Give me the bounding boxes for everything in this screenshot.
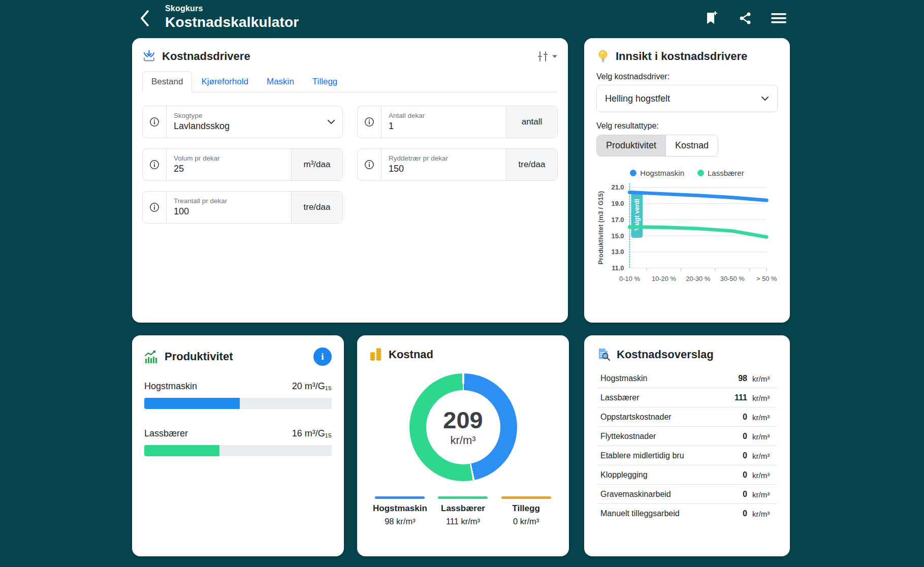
chevron-down-icon (761, 96, 769, 101)
estimate-table-row: Klopplegging 0 kr/m³ (597, 465, 777, 485)
antall-dekar-info-button[interactable] (358, 106, 381, 138)
caret-down-icon (552, 54, 558, 58)
ryddetraer-input[interactable]: 150 (389, 163, 499, 175)
estimate-row-label: Lassbærer (600, 393, 735, 402)
estimate-row-unit: kr/m³ (747, 394, 776, 402)
growth-bars-icon (144, 350, 158, 364)
insight-chart-legend: HogstmaskinLassbærer (596, 169, 778, 177)
volum-field[interactable]: Volum pr dekar 25 m³/daa (142, 148, 343, 181)
app-page: Skogkurs Kostnadskalkulator (0, 0, 924, 567)
ryddetraer-field[interactable]: Ryddetrær pr dekar 150 tre/daa (357, 148, 558, 181)
treantall-info-button[interactable] (143, 192, 167, 223)
drivers-settings-button[interactable] (537, 51, 558, 62)
legend-item-lassbærer: Lassbærer (697, 169, 744, 177)
antall-dekar-input[interactable]: 1 (389, 120, 499, 132)
estimate-table-row: Gravemaskinarbeid 0 kr/m³ (597, 485, 777, 504)
y-tick-label: 21.0 (611, 183, 624, 191)
treantall-label: Treantall pr dekar (174, 197, 284, 206)
productivity-row-lassbaerer: Lassbærer 16 m³/G₁₅ (144, 428, 332, 456)
sliders-icon (537, 51, 549, 62)
share-icon (739, 12, 752, 25)
cost-donut-chart: 209 kr/m³ (409, 373, 517, 481)
bookmark-plus-button[interactable] (704, 10, 720, 26)
legend-dot (697, 170, 704, 176)
estimate-table-row: Oppstartskostnader 0 kr/m³ (597, 407, 777, 427)
estimate-row-unit: kr/m³ (747, 374, 776, 383)
volum-input[interactable]: 25 (174, 163, 284, 175)
cost-drivers-title: Kostnadsdrivere (162, 50, 250, 63)
treantall-input[interactable]: 100 (174, 206, 284, 217)
progress-fill-hogstmaskin (144, 398, 240, 409)
y-tick-label: 19.0 (611, 200, 624, 207)
y-tick-label: 15.0 (611, 232, 624, 240)
result-produktivitet-button[interactable]: Produktivitet (597, 135, 665, 156)
info-icon (149, 117, 160, 127)
page-title: Kostnadskalkulator (165, 14, 299, 30)
skogtype-select[interactable]: Skogtype Lavlandsskog (142, 106, 343, 138)
tab-kjoreforhold[interactable]: Kjøreforhold (192, 71, 258, 92)
ryddetraer-unit: tre/daa (506, 149, 557, 180)
estimate-row-value: 0 (743, 470, 747, 480)
result-kostnad-button[interactable]: Kostnad (665, 135, 718, 156)
progress-track (144, 445, 332, 456)
estimate-row-value: 0 (743, 451, 747, 460)
skogtype-value: Lavlandsskog (174, 120, 335, 132)
estimate-title: Kostnadsoverslag (617, 348, 714, 361)
share-button[interactable] (737, 10, 753, 26)
document-search-icon (597, 348, 611, 362)
donut-center: 209 kr/m³ (426, 390, 500, 464)
antall-dekar-unit: antall (506, 106, 557, 138)
productivity-label: Lassbærer (144, 428, 188, 439)
estimate-row-unit: kr/m³ (747, 452, 776, 460)
driver-select-label: Velg kostnadsdriver: (596, 72, 778, 81)
legend-label: Hogstmaskin (640, 169, 684, 177)
x-tick-label: 30-50 % (720, 275, 745, 282)
tab-maskin[interactable]: Maskin (258, 71, 303, 92)
app-name: Skogkurs (165, 4, 299, 13)
estimate-row-label: Gravemaskinarbeid (600, 490, 743, 499)
cost-legend: Hogstmaskin 98 kr/m³ Lassbærer 111 kr/m³… (369, 496, 557, 526)
volum-info-button[interactable] (143, 149, 167, 180)
tab-bestand[interactable]: Bestand (142, 71, 192, 92)
estimate-card: Kostnadsoverslag Hogstmaskin 98 kr/m³ La… (584, 335, 790, 556)
treantall-unit: tre/daa (291, 192, 342, 223)
estimate-table-row: Flyttekostnader 0 kr/m³ (597, 427, 777, 446)
estimate-row-value: 0 (743, 490, 747, 499)
y-axis-label: Produktivitet (m3 / G15) (597, 191, 604, 265)
chart-line-hogstmaskin (629, 192, 767, 200)
bookmark-plus-icon (706, 11, 718, 25)
volum-unit: m³/daa (291, 149, 342, 180)
productivity-row-hogstmaskin: Hogstmaskin 20 m³/G₁₅ (144, 381, 332, 409)
y-tick-label: 11.0 (612, 264, 624, 272)
estimate-row-unit: kr/m³ (747, 471, 776, 480)
result-type-group: Produktivitet Kostnad (596, 135, 718, 156)
productivity-info-button[interactable]: i (313, 348, 332, 366)
info-icon (364, 160, 374, 170)
legend-color-bar (375, 496, 425, 499)
antall-dekar-field[interactable]: Antall dekar 1 antall (357, 106, 558, 138)
menu-button[interactable] (771, 10, 787, 26)
estimate-row-value: 0 (743, 413, 747, 422)
drivers-form: Skogtype Lavlandsskog Antall dekar 1 ant… (142, 106, 558, 224)
driver-select[interactable]: Helling hogstfelt (596, 85, 778, 112)
productivity-value: 20 m³/G₁₅ (292, 381, 332, 392)
estimate-row-unit: kr/m³ (747, 432, 776, 441)
ryddetraer-info-button[interactable] (358, 149, 381, 180)
legend-value: 98 kr/m³ (385, 517, 416, 526)
treantall-field[interactable]: Treantall pr dekar 100 tre/daa (142, 191, 343, 224)
estimate-row-value: 0 (743, 432, 747, 441)
skogtype-info-button[interactable] (143, 106, 167, 138)
tab-tillegg[interactable]: Tillegg (303, 71, 346, 92)
y-tick-label: 13.0 (611, 248, 624, 256)
estimate-table-row: Lassbærer 111 kr/m³ (597, 388, 777, 407)
cost-total-value: 209 (443, 408, 483, 432)
x-tick-label: 10-20 % (652, 275, 676, 282)
info-icon (149, 160, 160, 170)
legend-color-bar (501, 496, 551, 499)
skogtype-label: Skogtype (174, 112, 335, 120)
back-button[interactable] (136, 8, 153, 28)
insight-title: Innsikt i kostnadsdrivere (616, 50, 747, 63)
estimate-row-label: Klopplegging (600, 470, 743, 480)
legend-label: Hogstmaskin (373, 503, 427, 514)
estimate-row-unit: kr/m³ (747, 490, 776, 499)
